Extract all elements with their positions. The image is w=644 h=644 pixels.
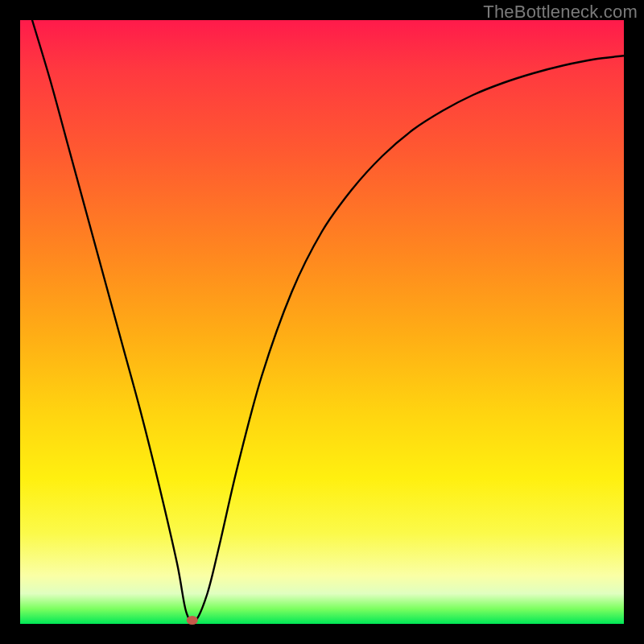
chart-svg: [20, 20, 624, 624]
plot-area: [20, 20, 624, 624]
bottleneck-curve: [32, 20, 624, 622]
min-marker: [187, 616, 198, 625]
chart-frame: TheBottleneck.com: [0, 0, 644, 644]
watermark-text: TheBottleneck.com: [483, 2, 638, 23]
